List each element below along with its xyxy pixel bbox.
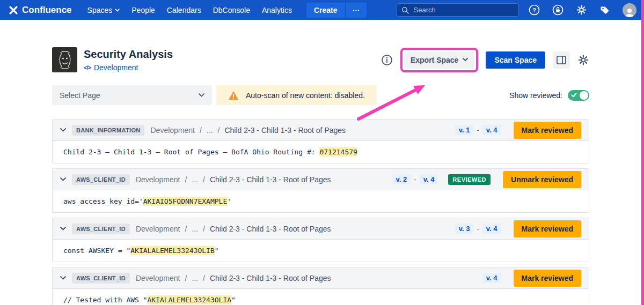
- secret-highlight: AKIAIO5FODNN7EXAMPLE: [143, 197, 228, 206]
- finding-header[interactable]: AWS_CLIENT_ID Development / ... / Child …: [53, 169, 589, 190]
- breadcrumb-space[interactable]: Development: [150, 126, 195, 135]
- breadcrumb-page[interactable]: Child 2-3 - Child 1-3 - Root of Pages: [210, 175, 331, 184]
- search-icon: [401, 6, 409, 14]
- finding-header[interactable]: BANK_INFORMATION Development / ... / Chi…: [53, 120, 589, 141]
- sidebar-layout-button[interactable]: [553, 51, 570, 69]
- page-title: Security Analysis: [84, 48, 173, 61]
- finding-snippet: aws_access_key_id='AKIAIO5FODNN7EXAMPLE': [53, 190, 589, 212]
- version-link[interactable]: v. 4: [420, 174, 438, 184]
- version-link[interactable]: v. 1: [455, 125, 474, 135]
- space-avatar[interactable]: [52, 47, 77, 72]
- help-icon[interactable]: ?: [528, 4, 540, 16]
- finding-snippet: Child 2-3 – Child 1-3 – Root of Pages – …: [53, 141, 589, 163]
- tag-icon[interactable]: [599, 4, 611, 16]
- breadcrumb: Development / ... / Child 2-3 - Child 1-…: [136, 225, 331, 233]
- chevron-down-icon[interactable]: [60, 177, 66, 181]
- breadcrumb-page[interactable]: Child 2-3 - Child 1-3 - Root of Pages: [210, 225, 331, 233]
- breadcrumb-ellipsis[interactable]: ...: [192, 274, 198, 282]
- show-reviewed-control: Show reviewed:: [509, 90, 589, 101]
- breadcrumb-ellipsis[interactable]: ...: [192, 175, 198, 184]
- breadcrumb-page[interactable]: Child 2-3 - Child 1-3 - Root of Pages: [210, 274, 331, 282]
- secret-highlight: AKIALALEMEL33243OLIB: [130, 246, 215, 255]
- version-link[interactable]: v. 4: [482, 125, 501, 135]
- findings-list: BANK_INFORMATION Development / ... / Chi…: [52, 119, 589, 305]
- autoscan-warning-banner: Auto-scan of new content: disabled.: [216, 85, 377, 105]
- version-range: v. 3 - v. 4: [455, 224, 501, 234]
- gear-icon: [577, 54, 589, 66]
- version-link[interactable]: v. 4: [482, 224, 501, 234]
- breadcrumb: Development / ... / Child 2-3 - Child 1-…: [150, 126, 346, 135]
- finding-type-badge: AWS_CLIENT_ID: [72, 224, 130, 234]
- unmark-reviewed-button[interactable]: Unmark reviewed: [503, 171, 581, 188]
- nav-menu: Spaces People Calendars DbConsole Analyt…: [82, 3, 298, 17]
- version-range: v. 2 - v. 4: [392, 174, 438, 184]
- svg-text:?: ?: [532, 7, 536, 13]
- mark-reviewed-button[interactable]: Mark reviewed: [514, 220, 582, 237]
- breadcrumb-page[interactable]: Child 2-3 - Child 1-3 - Root of Pages: [224, 126, 346, 135]
- secret-highlight: 071214579: [319, 147, 357, 157]
- search-input[interactable]: [413, 5, 504, 14]
- nav-more-button[interactable]: ⋯: [346, 3, 367, 18]
- nav-item-people[interactable]: People: [126, 3, 161, 17]
- columns-icon: [557, 56, 566, 64]
- breadcrumb-space[interactable]: Development: [136, 225, 180, 233]
- chevron-down-icon: [115, 9, 120, 12]
- scan-space-button[interactable]: Scan Space: [486, 51, 545, 69]
- breadcrumb-space[interactable]: Development: [136, 274, 180, 282]
- finding-header[interactable]: AWS_CLIENT_ID Development / ... / Child …: [53, 267, 589, 289]
- warning-icon: [228, 91, 239, 100]
- chevron-down-icon: [463, 58, 468, 62]
- nav-item-dbconsole[interactable]: DbConsole: [207, 3, 256, 17]
- code-icon: </>: [84, 64, 91, 71]
- search-box[interactable]: [397, 3, 519, 17]
- finding-card: AWS_CLIENT_ID Development / ... / Child …: [52, 218, 589, 262]
- version-link[interactable]: v. 4: [482, 273, 501, 283]
- nav-item-calendars[interactable]: Calendars: [161, 3, 207, 17]
- secret-highlight: AKIALALEMEL33243OLIA: [148, 295, 232, 304]
- select-page-dropdown[interactable]: Select Page: [52, 85, 212, 105]
- version-link[interactable]: v. 2: [392, 174, 411, 184]
- check-icon: [571, 92, 577, 98]
- breadcrumb-space[interactable]: Development: [136, 175, 180, 184]
- mark-reviewed-button[interactable]: Mark reviewed: [514, 122, 582, 139]
- reviewed-badge: REVIEWED: [448, 174, 491, 185]
- finding-snippet: // Tested with AWS "AKIALALEMEL33243OLIA…: [53, 289, 589, 305]
- breadcrumb-ellipsis[interactable]: ...: [192, 225, 198, 233]
- finding-type-badge: AWS_CLIENT_ID: [72, 174, 130, 185]
- annotation-highlight-box: Export Space: [400, 48, 478, 72]
- confluence-brand[interactable]: Confluence: [9, 5, 72, 16]
- chevron-down-icon[interactable]: [60, 128, 66, 132]
- nav-item-analytics[interactable]: Analytics: [256, 3, 298, 17]
- space-breadcrumb-link[interactable]: Development: [94, 63, 138, 72]
- info-icon[interactable]: [381, 54, 393, 66]
- top-icons: ?: [528, 3, 636, 17]
- finding-card: BANK_INFORMATION Development / ... / Chi…: [52, 119, 589, 163]
- space-header: Security Analysis </> Development Export…: [52, 47, 589, 72]
- top-navigation: Confluence Spaces People Calendars DbCon…: [0, 0, 644, 20]
- finding-type-badge: BANK_INFORMATION: [72, 125, 144, 136]
- chevron-down-icon: [199, 93, 204, 97]
- finding-card: AWS_CLIENT_ID Development / ... / Child …: [52, 267, 589, 305]
- finding-card: AWS_CLIENT_ID Development / ... / Child …: [52, 168, 589, 213]
- filter-row: Select Page Auto-scan of new content: di…: [52, 85, 589, 105]
- finding-header[interactable]: AWS_CLIENT_ID Development / ... / Child …: [53, 218, 589, 240]
- mark-reviewed-button[interactable]: Mark reviewed: [514, 270, 582, 287]
- space-settings-button[interactable]: [577, 54, 589, 66]
- create-button[interactable]: Create: [306, 3, 345, 18]
- breadcrumb-ellipsis[interactable]: ...: [207, 126, 213, 135]
- finding-snippet: const AWSKEY = "AKIALALEMEL33243OLIB": [53, 240, 589, 262]
- annotation-border-edge: [641, 0, 644, 305]
- lock-icon[interactable]: [552, 4, 564, 16]
- breadcrumb: Development / ... / Child 2-3 - Child 1-…: [136, 175, 331, 184]
- version-range: v. 4: [482, 273, 501, 283]
- confluence-logo-icon: [9, 5, 18, 15]
- chevron-down-icon[interactable]: [60, 276, 66, 280]
- export-space-button[interactable]: Export Space: [404, 51, 474, 69]
- show-reviewed-toggle[interactable]: [568, 90, 589, 101]
- toggle-knob: [580, 91, 588, 100]
- nav-item-spaces[interactable]: Spaces: [82, 3, 126, 17]
- chevron-down-icon[interactable]: [60, 227, 66, 230]
- gear-icon[interactable]: [575, 4, 587, 16]
- user-avatar[interactable]: [623, 3, 636, 17]
- version-link[interactable]: v. 3: [455, 224, 474, 234]
